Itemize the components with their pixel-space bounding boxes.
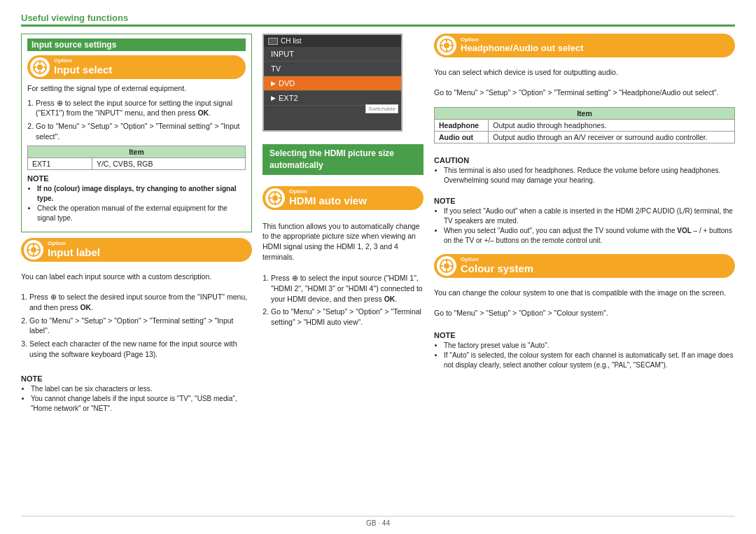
hdmi-auto-view-banner: Option HDMI auto view [262,186,424,210]
bullet-icon: ▶ [271,94,276,101]
list-item: Go to "Menu" > "Setup" > "Option" > "Ter… [271,307,424,327]
option-icon-input-select [30,57,50,77]
table-row: Audio out Output audio through an A/V re… [435,132,735,143]
svg-point-13 [272,195,278,201]
option-icon-headphone [437,36,456,55]
caution-section: CAUTION This terminal is also used for h… [434,156,735,188]
list-item: The factory preset value is "Auto". [444,341,735,351]
bullet-icon: ▶ [271,80,276,87]
page-container: Useful viewing functions Input source se… [0,0,756,534]
list-item: You cannot change labels if the input so… [31,394,252,414]
input-select-title: Input select [54,64,112,76]
table-cell: Audio out [435,132,489,143]
table-cell: Output audio through headphones. [489,120,735,132]
headphone-banner: Option Headphone/Audio out select [434,34,735,57]
ch-list-label: CH list [281,37,301,45]
note-list: The label can be six characters or less.… [21,384,252,414]
headphone-body: You can select which device is used for … [434,67,735,78]
tv-menu-input: INPUT [264,47,401,62]
table-cell: Output audio through an A/V receiver or … [489,132,735,143]
list-item: Press ⊕ to select the input source ("HDM… [271,273,424,304]
option-icon-colour [437,256,456,276]
hdmi-auto-body: This function allows you to automaticall… [262,221,424,262]
input-select-body: For setting the signal type of external … [27,83,246,94]
input-label-steps: Press ⊕ to select the desired input sour… [21,292,252,362]
input-select-banner: Option Input select [27,55,246,79]
hdmi-auto-view-text: Option HDMI auto view [289,189,367,207]
svg-point-7 [31,247,36,253]
input-source-header: Input source settings [27,38,246,51]
table-cell: Headphone [435,120,489,132]
tv-menu-ext2: ▶ EXT2 [264,91,401,106]
list-item: Go to "Menu" > "Setup" > "Option" > "Ter… [29,316,252,336]
svg-point-19 [444,43,449,48]
hdmi-auto-steps: Press ⊕ to select the input source ("HDM… [262,273,424,330]
top-bar: Useful viewing functions [21,13,735,27]
list-item: Go to "Menu" > "Setup" > "Option" > "Ter… [36,121,246,141]
input-label-title: Input label [48,246,100,259]
caution-list: This terminal is also used for headphone… [434,166,735,185]
colour-system-title: Colour system [461,262,533,275]
list-item: When you select "Audio out", you can adj… [444,226,735,246]
option-small-label-1: Option [54,58,112,64]
tv-menu-label: TV [271,64,281,73]
note-title-3: NOTE [434,197,735,205]
footer: GB · 44 [21,516,735,527]
hdmi-auto-view-title: HDMI auto view [289,195,367,207]
tv-menu-label: INPUT [271,50,294,58]
tv-top-bar: CH list [264,35,401,47]
tv-menu-dvd: ▶ DVD [264,76,401,91]
tv-menu-label: EXT2 [279,94,298,102]
option-small-label-5: Option [461,257,533,262]
left-column: Input source settings [21,34,252,513]
table-cell: EXT1 [28,158,92,170]
list-item: This terminal is also used for headphone… [444,166,735,185]
list-item: Select each character of the new name fo… [29,339,252,359]
headphone-notes: NOTE If you select "Audio out" when a ca… [434,197,735,248]
option-icon-hdmi [265,188,285,208]
section-title: Useful viewing functions [21,13,128,23]
input-select-table: Item EXT1 Y/C, CVBS, RGB [27,146,246,170]
list-item: If you select "Audio out" when a cable i… [444,206,735,226]
note-list: If you select "Audio out" when a cable i… [434,206,735,246]
input-select-steps: Press ⊕ to select the input source for s… [27,98,246,142]
table-row: Headphone Output audio through headphone… [435,120,735,132]
note-title-1: NOTE [27,174,246,183]
colour-system-banner: Option Colour system [434,254,735,278]
table-header: Item [28,146,246,158]
right-column: Option Headphone/Audio out select You ca… [434,34,735,513]
svg-point-1 [37,64,43,70]
colour-system-text: Option Colour system [461,257,533,275]
list-item: Press ⊕ to select the input source for s… [36,98,246,118]
option-small-label-2: Option [48,241,100,246]
tv-menu-list: INPUT TV ▶ DVD ▶ EXT2 [264,47,401,130]
colour-system-notes: NOTE The factory preset value is "Auto".… [434,331,735,373]
caution-title: CAUTION [434,156,735,164]
input-label-body: You can label each input source with a c… [21,272,252,282]
headphone-title: Headphone/Audio out select [461,43,584,54]
list-item: If no (colour) image displays, try chang… [37,184,246,204]
main-content: Input source settings [21,34,735,513]
table-cell: Y/C, CVBS, RGB [92,158,245,170]
option-small-label-3: Option [289,189,367,195]
switchable-label: Switchable [365,104,398,113]
headphone-text: Option Headphone/Audio out select [461,37,584,54]
selecting-hdmi-banner: Selecting the HDMI picture size automati… [262,144,424,175]
table-row: EXT1 Y/C, CVBS, RGB [28,158,246,170]
headphone-table: Item Headphone Output audio through head… [434,107,735,143]
input-select-text: Option Input select [54,58,112,76]
list-item: Check the operation manual of the extern… [37,204,246,223]
input-label-banner: Option Input label [21,238,252,262]
input-label-text: Option Input label [48,241,100,259]
colour-system-body: You can change the colour system to one … [434,288,735,298]
tv-menu-tv: TV [264,62,401,76]
svg-point-25 [444,263,449,269]
table-header: Item [435,108,735,120]
input-select-notes: NOTE If no (colour) image displays, try … [27,174,246,223]
note-list: If no (colour) image displays, try chang… [27,184,246,223]
note-list: The factory preset value is "Auto". If "… [434,341,735,370]
headphone-nav: Go to "Menu" > "Setup" > "Option" > "Ter… [434,87,735,98]
colour-system-nav: Go to "Menu" > "Setup" > "Option" > "Col… [434,308,735,318]
option-icon-input-label [24,240,43,260]
tv-screenshot: CH list INPUT TV ▶ DVD ▶ EXT2 [262,34,402,132]
